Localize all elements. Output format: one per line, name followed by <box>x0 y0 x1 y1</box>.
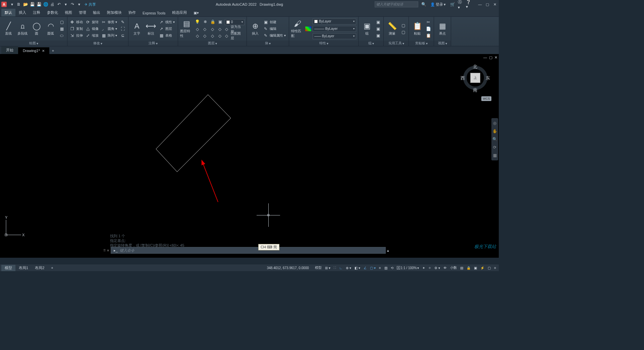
tab-parametric[interactable]: 参数化 <box>44 9 61 16</box>
g2-icon[interactable]: ▣ <box>375 26 381 32</box>
group-button[interactable]: ▣组 <box>361 18 373 40</box>
lt1-icon[interactable]: ◇ <box>194 26 201 32</box>
close-icon[interactable]: ✕ <box>492 2 497 7</box>
cmd-recent-icon[interactable]: ▴ <box>387 248 389 253</box>
tab-collaborate[interactable]: 协作 <box>125 9 139 16</box>
layer-props-button[interactable]: ▤图层特性 <box>180 18 193 40</box>
text-button[interactable]: A文字 <box>130 18 143 40</box>
undo-menu-icon[interactable]: ▾ <box>63 2 68 7</box>
u1-icon[interactable]: ▢ <box>400 22 407 29</box>
line-button[interactable]: ╱直线 <box>2 18 15 40</box>
sb-polar-icon[interactable]: ⊕ ▾ <box>344 265 353 270</box>
erase-icon[interactable]: ✎ <box>119 19 126 25</box>
nav-pan-icon[interactable]: ✋ <box>492 128 497 134</box>
lineweight-dropdown[interactable]: —— ByLayer▾ <box>313 33 356 39</box>
new-tab-button[interactable]: + <box>49 47 57 54</box>
app-switch-icon[interactable]: Ⓐ ▾ <box>458 2 463 7</box>
layout2-tab[interactable]: 布局2 <box>32 265 48 271</box>
saveas-icon[interactable]: 💾 <box>36 2 42 7</box>
create-block-button[interactable]: ▣创建 <box>263 19 287 25</box>
match-layer-button[interactable]: ◇匹配图层 <box>224 33 245 39</box>
lb3-icon[interactable]: ◇ <box>209 33 216 39</box>
table-button[interactable]: ▦表格 <box>159 33 176 39</box>
close-tab-icon[interactable]: ✕ <box>42 49 45 53</box>
save-icon[interactable]: 💾 <box>30 2 35 7</box>
viewcube[interactable]: 上 北 南 东 西 <box>459 61 492 95</box>
sb-snap-icon[interactable]: ⸬ <box>332 265 337 270</box>
drawing-area[interactable]: — ▢ ✕ 上 北 南 东 西 WCS ◎ ✋ 🔍 ⟳ ▦ <box>0 54 499 258</box>
viewcube-top-face[interactable]: 上 <box>470 73 480 83</box>
sb-lineweight-icon[interactable]: ≡ <box>378 265 382 270</box>
maximize-icon[interactable]: ▢ <box>485 2 490 7</box>
ucs-icon[interactable]: X Y <box>6 218 26 239</box>
layer-tool4-icon[interactable]: ▣ <box>217 19 224 25</box>
sb-custom-icon[interactable]: ≡ <box>493 265 497 270</box>
tab-addins[interactable]: 附加模块 <box>104 9 125 16</box>
stretch-button[interactable]: ⇲拉伸 <box>69 33 84 39</box>
plot-icon[interactable]: 🖨 <box>50 2 55 7</box>
vp-max-icon[interactable]: ▢ <box>489 55 492 60</box>
tab-collapse-icon[interactable]: ▣▾ <box>190 9 202 16</box>
cart-icon[interactable]: 🛒 <box>450 2 455 7</box>
help-icon[interactable]: ❔ ▾ <box>466 2 471 7</box>
sb-annoscale-icon[interactable]: 🄰 1:1 / 100% ▾ <box>395 265 421 270</box>
lb4-icon[interactable]: ◇ <box>217 33 223 39</box>
command-input[interactable]: ▸_ 键入命令 <box>111 247 386 254</box>
color-picker-icon[interactable] <box>305 27 311 31</box>
sb-monitor-icon[interactable]: 👁 <box>442 265 448 270</box>
minimize-icon[interactable]: — <box>477 2 483 7</box>
paste-special-icon[interactable]: 📋 <box>425 33 432 39</box>
sb-transparency-icon[interactable]: ▨ <box>383 265 389 270</box>
new-icon[interactable]: 🗎 <box>16 2 21 7</box>
sb-cycle-icon[interactable]: ⟲ <box>389 265 395 270</box>
sb-model-button[interactable]: 模型 <box>314 265 323 271</box>
sb-hardware-icon[interactable]: ⚡ <box>479 265 486 270</box>
polyline-button[interactable]: ⩍多段线 <box>16 18 29 40</box>
share-button[interactable]: ✈ 共享 <box>85 2 96 7</box>
sb-grid-icon[interactable]: ⊞ ▾ <box>324 265 332 270</box>
qat-menu-icon[interactable]: ▾ <box>9 2 15 7</box>
sb-units-button[interactable]: 小数 <box>449 265 458 271</box>
linetype-dropdown[interactable]: ——— ByLayer▾ <box>313 26 356 32</box>
dimension-button[interactable]: ⟷标注 <box>145 18 157 40</box>
sb-isolate-icon[interactable]: ▣ <box>473 265 478 270</box>
lt4-icon[interactable]: ◇ <box>217 26 223 32</box>
edit-attr-button[interactable]: ✎编辑属性 ▾ <box>263 33 287 39</box>
ellipse-icon[interactable]: ⬭ <box>58 33 65 39</box>
color-dropdown[interactable]: ByLayer▾ <box>313 18 356 24</box>
login-button[interactable]: 👤 登录 ▾ <box>429 1 447 8</box>
model-tab[interactable]: 模型 <box>1 265 15 271</box>
tab-default[interactable]: 默认 <box>1 9 15 16</box>
open-icon[interactable]: 📂 <box>23 2 28 7</box>
copy-button[interactable]: ❐复制 <box>69 26 84 32</box>
search-input[interactable]: 键入关键字或短语 <box>375 1 418 7</box>
trim-button[interactable]: ✂修剪 ▾ <box>101 19 118 25</box>
edit-block-button[interactable]: ✎编辑 <box>263 26 287 32</box>
sb-otrack-icon[interactable]: ▢ ▾ <box>369 265 377 270</box>
layer-tool3-icon[interactable]: 🔒 <box>209 19 216 25</box>
viewcube-west[interactable]: 西 <box>461 75 465 81</box>
file-tab-start[interactable]: 开始 <box>1 46 18 54</box>
measure-button[interactable]: 📏测量 <box>386 18 398 40</box>
lb2-icon[interactable]: ◇ <box>202 33 208 39</box>
tab-insert[interactable]: 插入 <box>15 9 30 16</box>
lt2-icon[interactable]: ◇ <box>202 26 208 32</box>
sb-clean-icon[interactable]: ▢ <box>486 265 492 270</box>
viewcube-east[interactable]: 东 <box>486 75 490 81</box>
insert-button[interactable]: ⊕插入 <box>249 18 262 40</box>
sb-ortho-icon[interactable]: ∟ <box>338 265 344 270</box>
sb-annoauto-icon[interactable]: ✧ <box>427 265 432 270</box>
vp-close-icon[interactable]: ✕ <box>494 55 497 60</box>
mirror-button[interactable]: ⧋镜像 <box>85 26 100 32</box>
arc-button[interactable]: ◠圆弧 <box>44 18 57 40</box>
array-button[interactable]: ▦阵列 ▾ <box>101 33 118 39</box>
layer-tool1-icon[interactable]: 💡 <box>194 19 201 25</box>
tab-express-tools[interactable]: Express Tools <box>139 10 169 16</box>
u2-icon[interactable]: ▢ <box>400 29 407 35</box>
wcs-badge[interactable]: WCS <box>481 96 491 101</box>
circle-button[interactable]: ◯圆 <box>30 18 43 40</box>
match-props-button[interactable]: 🖌特性匹配 <box>291 18 304 40</box>
sb-iso-icon[interactable]: ◧ ▾ <box>353 265 362 270</box>
leader-button[interactable]: ↗线性 ▾ <box>159 19 176 25</box>
nav-orbit-icon[interactable]: ⟳ <box>492 144 497 150</box>
